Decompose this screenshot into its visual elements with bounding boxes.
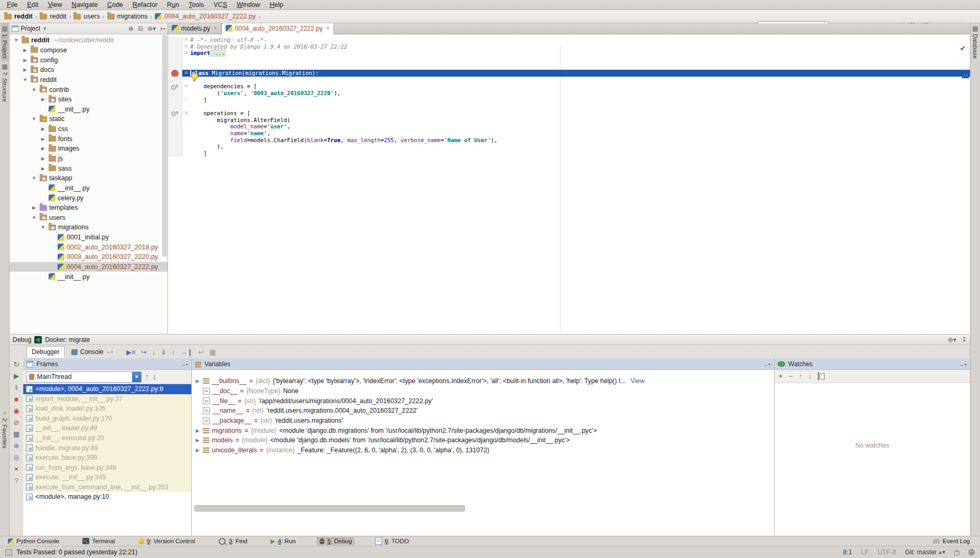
breadcrumb-item[interactable]: reddit: [40, 13, 66, 20]
tree-item[interactable]: 0002_auto_20160327_2018.py: [10, 242, 167, 252]
chevron-collapsed-icon[interactable]: ▶: [40, 136, 46, 142]
chevron-expanded-icon[interactable]: ▼: [40, 225, 46, 230]
menu-vcs[interactable]: VCS: [209, 1, 232, 8]
chevron-collapsed-icon[interactable]: ▶: [31, 205, 38, 210]
close-button[interactable]: ×: [14, 465, 18, 473]
code-text[interactable]: field=models.CharField(blank=True, max_l…: [190, 137, 970, 144]
stack-frame-row[interactable]: __init__, executor.py:20: [23, 433, 191, 443]
breadcrumb-item[interactable]: reddit: [4, 13, 33, 20]
next-frame-button[interactable]: ↓: [152, 372, 156, 382]
tree-item[interactable]: __init__.py: [10, 272, 167, 282]
settings-button[interactable]: ⊛: [14, 442, 20, 450]
locate-file-button[interactable]: ⊕: [128, 25, 134, 32]
tree-item[interactable]: __init__.py: [10, 104, 167, 114]
tree-item[interactable]: ▶compose: [10, 45, 167, 55]
chevron-collapsed-icon[interactable]: ▶: [40, 166, 46, 171]
fold-collapse-icon[interactable]: ⊟: [182, 83, 190, 90]
code-line[interactable]: migrations.AlterField(: [168, 117, 970, 124]
code-text[interactable]: [190, 57, 970, 63]
code-line[interactable]: ⊟# Generated by Django 1.9.4 on 2016-03-…: [168, 43, 970, 50]
drop-frame-button[interactable]: ↩: [198, 348, 204, 356]
code-line[interactable]: ⌐ ]: [168, 97, 970, 104]
tree-item[interactable]: ▶images: [10, 144, 167, 154]
code-line[interactable]: name='name',: [168, 130, 970, 137]
combo-arrow-icon[interactable]: ▼: [132, 372, 141, 382]
menu-view[interactable]: View: [43, 1, 67, 8]
chevron-down-icon[interactable]: ▼: [42, 26, 47, 31]
collapse-all-button[interactable]: ⊟: [138, 25, 143, 32]
variable-row[interactable]: 01__name__ = {str} 'reddit.users.migrati…: [192, 406, 774, 416]
editor-gutter[interactable]: [168, 57, 182, 63]
tree-item[interactable]: ▼users: [10, 213, 167, 223]
menu-refactor[interactable]: Refactor: [128, 1, 162, 8]
thread-selector[interactable]: MainThread ▼: [26, 371, 142, 383]
toolwindow-button-6-todo[interactable]: 6: TODO: [372, 537, 412, 545]
tree-item[interactable]: ▶sass: [10, 163, 167, 173]
tree-item[interactable]: ▶config: [10, 55, 167, 65]
stripe-tab-database[interactable]: Database: [972, 23, 979, 62]
readonly-lock-icon[interactable]: [954, 551, 959, 555]
editor-tab[interactable]: 0004_auto_20160327_2222.py×: [221, 23, 334, 34]
stripe-tab-2-favorites[interactable]: ★2: Favorites: [1, 407, 8, 451]
fold-collapse-icon[interactable]: ⊟: [182, 110, 190, 117]
previous-frame-button[interactable]: ↑: [145, 372, 149, 382]
move-watch-down-button[interactable]: ↓: [808, 373, 811, 380]
rerun-button[interactable]: ↻: [14, 360, 20, 368]
editor-gutter[interactable]: [168, 123, 182, 130]
code-text[interactable]: name='name',: [190, 130, 970, 137]
stack-frame-row[interactable]: __init__, loader.py:49: [23, 423, 191, 433]
pin-button[interactable]: ◎: [13, 453, 19, 461]
stack-frame-row[interactable]: import_module, __init__.py:37: [23, 394, 191, 404]
encoding-indicator[interactable]: UTF-8: [878, 548, 896, 556]
editor-gutter[interactable]: [168, 63, 182, 70]
resume-button[interactable]: ▶: [14, 372, 19, 380]
breadcrumb-item[interactable]: migrations: [107, 13, 148, 20]
overridden-attribute-icon[interactable]: [171, 83, 179, 90]
editor-gutter[interactable]: [168, 77, 182, 83]
tree-item[interactable]: 0004_auto_20160327_2222.py: [10, 262, 167, 272]
fold-expand-icon[interactable]: ⊞: [182, 50, 190, 57]
code-text[interactable]: [190, 63, 970, 70]
overridden-attribute-icon[interactable]: [171, 110, 179, 116]
chevron-collapsed-icon[interactable]: ▶: [40, 146, 46, 151]
panel-options-icon[interactable]: →▪: [959, 361, 967, 367]
variable-row[interactable]: ▶migrations = {module} <module 'django.d…: [192, 425, 774, 435]
breadcrumb-item[interactable]: users: [73, 13, 100, 20]
editor-gutter[interactable]: [168, 137, 182, 144]
stack-frame-row[interactable]: <module>, manage.py:10: [23, 492, 191, 502]
stack-frame-row[interactable]: execute_from_command_line, __init__.py:3…: [23, 482, 191, 492]
step-out-button[interactable]: ↑: [172, 348, 175, 356]
close-tab-icon[interactable]: ×: [214, 25, 217, 31]
chevron-collapsed-icon[interactable]: ▶: [22, 58, 29, 63]
code-text[interactable]: import ...: [190, 50, 970, 57]
fold-collapse-icon[interactable]: ⊟: [182, 43, 190, 50]
editor-gutter[interactable]: [168, 117, 182, 124]
intention-bulb-icon[interactable]: [191, 73, 198, 80]
tree-item[interactable]: ▼static: [10, 114, 167, 124]
variable-row[interactable]: 01__package__ = {str} 'reddit.users.migr…: [192, 416, 774, 426]
stack-frame-row[interactable]: run_from_argv, base.py:348: [23, 462, 191, 472]
editor-gutter[interactable]: [168, 70, 182, 77]
variable-row[interactable]: ▶unicode_literals = {instance} _Feature:…: [192, 445, 774, 455]
chevron-collapsed-icon[interactable]: ▶: [195, 428, 200, 433]
current-line-stripe-marker[interactable]: [962, 73, 969, 78]
menu-run[interactable]: Run: [162, 1, 184, 8]
chevron-collapsed-icon[interactable]: ▶: [40, 97, 46, 102]
code-line[interactable]: ('users', '0003_auto_20160327_2220'),: [168, 90, 970, 97]
code-text[interactable]: ),: [190, 143, 970, 150]
tab-console[interactable]: Console→▪: [66, 346, 118, 358]
editor-gutter[interactable]: [168, 83, 182, 90]
code-line[interactable]: ⊟# -*- coding: utf-8 -*-: [168, 36, 970, 43]
menu-help[interactable]: Help: [265, 1, 288, 8]
code-text[interactable]: [190, 77, 970, 83]
add-watch-button[interactable]: +: [779, 373, 782, 380]
toolwindow-button-9-version-control[interactable]: 9: Version Control: [136, 537, 198, 545]
tree-item[interactable]: ▼reddit~/cookiecutter/reddit: [10, 35, 167, 45]
toolwindow-button-python-console[interactable]: Python Console: [5, 537, 62, 545]
code-line[interactable]: [168, 57, 970, 63]
hector-inspector-icon[interactable]: [968, 549, 975, 555]
menu-tools[interactable]: Tools: [184, 1, 209, 8]
hide-debug-panel-button[interactable]: ↧: [962, 336, 967, 343]
tree-item[interactable]: ▼migrations: [10, 222, 167, 232]
code-text[interactable]: class Migration(migrations.Migration):: [190, 70, 970, 77]
